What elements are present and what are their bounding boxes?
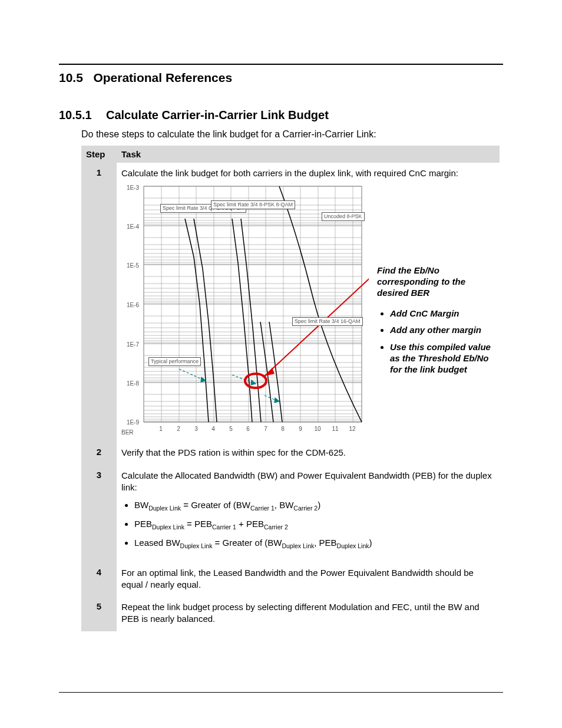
plot-label: Spec limit Rate 3/4 8-PSK 8-QAM — [211, 200, 295, 209]
step-number: 5 — [81, 597, 117, 631]
table-row: 3 Calculate the Allocated Bandwidth (BW)… — [81, 465, 500, 562]
annotation-bullet: Add any other margin — [390, 325, 495, 336]
x-tick: 7 — [262, 425, 270, 433]
x-tick: 8 — [279, 425, 287, 433]
annotation-bullet: Add CnC Margin — [390, 308, 495, 319]
plot-label: Spec limit Rate 3/4 16-QAM — [292, 317, 363, 325]
plot-label: Typical performance — [148, 357, 201, 365]
svg-marker-73 — [275, 398, 279, 403]
header-step: Step — [81, 146, 117, 163]
x-tick: 1 — [157, 425, 165, 433]
x-tick: 9 — [296, 425, 305, 433]
top-rule — [59, 64, 503, 65]
table-row: 2 Verify that the PDS ration is within s… — [81, 442, 500, 465]
x-tick: 5 — [227, 425, 235, 433]
chart-svg — [121, 183, 369, 436]
y-tick: 1E-4 — [121, 223, 139, 231]
section-title: Operational References — [93, 71, 232, 84]
bottom-rule — [59, 692, 503, 693]
document-page: 10.5 Operational References 10.5.1 Calcu… — [0, 0, 562, 728]
x-tick: 6 — [244, 425, 252, 433]
chart-annotations: Find the Eb/No corresponding to the desi… — [377, 183, 495, 436]
subsection-heading: 10.5.1 Calculate Carrier-in-Carrier Link… — [59, 108, 503, 122]
step-task: For an optimal link, the Leased Bandwidt… — [117, 562, 500, 597]
table-row: 4 For an optimal link, the Leased Bandwi… — [81, 562, 500, 597]
x-tick: 12 — [348, 425, 356, 433]
section-heading: 10.5 Operational References — [59, 71, 503, 85]
formula: Leased BWDuplex Link = Greater of (BWDup… — [134, 537, 495, 550]
steps-table: Step Task 1 Calculate the link budget fo… — [81, 146, 500, 631]
table-row: 1 Calculate the link budget for both car… — [81, 163, 500, 442]
subsection-title: Calculate Carrier-in-Carrier Link Budget — [106, 108, 329, 122]
ber-chart: 1E-3 1E-4 1E-5 1E-6 1E-7 1E-8 1E-9 BER 1… — [121, 183, 369, 436]
x-tick: 10 — [313, 425, 322, 433]
y-axis-label: BER — [121, 429, 134, 437]
y-tick: 1E-7 — [121, 341, 139, 349]
step-task: Calculate the link budget for both carri… — [117, 163, 500, 442]
step-number: 4 — [81, 562, 117, 597]
step-number: 2 — [81, 442, 117, 465]
annotation-lead: Find the Eb/No corresponding to the desi… — [377, 265, 495, 298]
formula-list: BWDuplex Link = Greater of (BWCarrier 1,… — [134, 499, 495, 551]
y-tick: 1E-5 — [121, 262, 139, 270]
task-text: Calculate the Allocated Bandwidth (BW) a… — [121, 470, 492, 492]
step-task: Repeat the link budget process by select… — [117, 597, 500, 631]
y-tick: 1E-6 — [121, 301, 139, 309]
chart-and-annotations: 1E-3 1E-4 1E-5 1E-6 1E-7 1E-8 1E-9 BER 1… — [121, 183, 495, 436]
step-number: 1 — [81, 163, 117, 442]
step-task: Verify that the PDS ration is within spe… — [117, 442, 500, 465]
task-text: Calculate the link budget for both carri… — [121, 168, 458, 178]
x-tick: 4 — [209, 425, 217, 433]
step-number: 3 — [81, 465, 117, 562]
plot-label: Uncoded 8-PSK — [322, 212, 365, 220]
x-tick: 2 — [174, 425, 183, 433]
subsection-number: 10.5.1 — [59, 108, 106, 122]
intro-text: Do these steps to calculate the link bud… — [81, 129, 503, 140]
y-tick: 1E-8 — [121, 380, 139, 388]
section-number: 10.5 — [59, 71, 83, 84]
formula: PEBDuplex Link = PEBCarrier 1 + PEBCarri… — [134, 518, 495, 531]
y-tick: 1E-9 — [121, 419, 139, 427]
header-task: Task — [117, 146, 500, 163]
annotation-bullet: Use this compiled value as the Threshold… — [390, 342, 495, 375]
table-header-row: Step Task — [81, 146, 500, 163]
x-tick: 3 — [192, 425, 200, 433]
x-tick: 11 — [331, 425, 339, 433]
formula: BWDuplex Link = Greater of (BWCarrier 1,… — [134, 499, 495, 512]
y-tick: 1E-3 — [121, 184, 139, 192]
step-task: Calculate the Allocated Bandwidth (BW) a… — [117, 465, 500, 562]
table-row: 5 Repeat the link budget process by sele… — [81, 597, 500, 631]
